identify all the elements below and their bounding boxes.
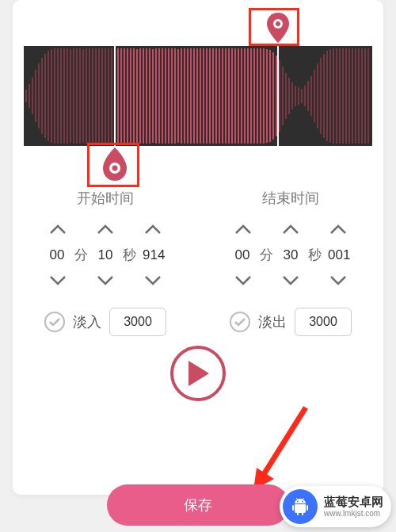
svg-rect-119 bbox=[292, 505, 294, 511]
svg-rect-23 bbox=[95, 48, 97, 144]
svg-rect-37 bbox=[139, 48, 141, 144]
svg-rect-69 bbox=[241, 48, 242, 144]
waveform-track[interactable] bbox=[24, 46, 372, 146]
chevron-down-icon[interactable] bbox=[234, 275, 252, 286]
chevron-up-icon[interactable] bbox=[144, 224, 162, 235]
start-min-value: 00 bbox=[46, 247, 68, 263]
svg-rect-59 bbox=[209, 48, 211, 144]
chevron-up-icon[interactable] bbox=[329, 224, 347, 235]
time-controls: 开始时间 00 分 10 秒 914 结束时间 bbox=[13, 189, 383, 291]
svg-rect-35 bbox=[133, 48, 135, 144]
selection-start-line bbox=[114, 46, 116, 146]
svg-rect-11 bbox=[57, 48, 59, 144]
svg-rect-33 bbox=[127, 48, 128, 144]
svg-rect-6 bbox=[41, 58, 43, 134]
end-ms-value: 001 bbox=[328, 247, 350, 263]
svg-rect-78 bbox=[269, 50, 271, 142]
svg-rect-5 bbox=[38, 63, 40, 128]
waveform-svg bbox=[24, 46, 372, 146]
svg-rect-13 bbox=[63, 48, 65, 144]
svg-rect-88 bbox=[301, 89, 303, 103]
svg-rect-91 bbox=[310, 76, 312, 116]
fade-in-checkbox[interactable] bbox=[44, 312, 65, 332]
fade-out-group: 淡出 3000 bbox=[230, 308, 352, 336]
svg-rect-95 bbox=[323, 54, 325, 138]
svg-rect-90 bbox=[307, 81, 309, 111]
end-sec-value: 30 bbox=[280, 247, 302, 263]
svg-point-113 bbox=[112, 166, 118, 171]
svg-rect-87 bbox=[298, 87, 299, 105]
svg-point-117 bbox=[297, 501, 299, 503]
start-marker-pin[interactable] bbox=[100, 146, 130, 182]
svg-rect-32 bbox=[124, 48, 125, 144]
svg-rect-107 bbox=[361, 48, 363, 144]
chevron-down-icon[interactable] bbox=[97, 275, 114, 286]
fade-in-input[interactable]: 3000 bbox=[109, 308, 166, 336]
end-marker-pin[interactable] bbox=[265, 11, 291, 44]
chevron-up-icon[interactable] bbox=[49, 224, 67, 235]
svg-rect-40 bbox=[149, 48, 150, 144]
svg-marker-114 bbox=[188, 361, 209, 386]
svg-rect-21 bbox=[89, 48, 90, 144]
svg-line-124 bbox=[303, 498, 304, 499]
svg-rect-73 bbox=[253, 48, 255, 144]
play-icon bbox=[187, 361, 209, 386]
min-unit: 分 bbox=[260, 246, 273, 264]
play-button[interactable] bbox=[170, 346, 226, 401]
svg-rect-50 bbox=[181, 48, 182, 144]
svg-rect-70 bbox=[244, 48, 246, 144]
start-time-title: 开始时间 bbox=[77, 189, 134, 208]
svg-rect-49 bbox=[177, 49, 179, 143]
save-button[interactable]: 保存 bbox=[107, 484, 289, 526]
android-icon bbox=[283, 489, 318, 524]
svg-rect-44 bbox=[162, 48, 163, 144]
svg-rect-102 bbox=[345, 48, 347, 144]
sec-unit: 秒 bbox=[123, 246, 136, 264]
svg-rect-4 bbox=[35, 70, 36, 122]
svg-rect-109 bbox=[367, 48, 369, 144]
svg-rect-99 bbox=[336, 48, 337, 144]
chevron-down-icon[interactable] bbox=[49, 275, 67, 286]
svg-rect-67 bbox=[234, 48, 236, 144]
editor-card: 开始时间 00 分 10 秒 914 结束时间 bbox=[13, 0, 383, 495]
chevron-up-icon[interactable] bbox=[282, 224, 299, 235]
svg-rect-10 bbox=[54, 48, 55, 144]
svg-rect-83 bbox=[285, 73, 287, 119]
svg-rect-31 bbox=[120, 48, 122, 144]
svg-rect-51 bbox=[184, 48, 185, 144]
svg-rect-26 bbox=[105, 48, 106, 144]
chevron-up-icon[interactable] bbox=[97, 224, 114, 235]
svg-rect-18 bbox=[79, 48, 81, 144]
chevron-down-icon[interactable] bbox=[282, 275, 299, 286]
svg-rect-82 bbox=[282, 67, 284, 125]
min-unit: 分 bbox=[74, 246, 88, 264]
end-time-title: 结束时间 bbox=[262, 189, 319, 208]
chevron-up-icon[interactable] bbox=[234, 224, 252, 235]
svg-rect-97 bbox=[329, 49, 331, 143]
svg-rect-52 bbox=[187, 48, 188, 144]
svg-point-118 bbox=[302, 501, 303, 503]
selection-end-line bbox=[277, 46, 279, 146]
chevron-down-icon[interactable] bbox=[329, 275, 347, 286]
svg-rect-8 bbox=[48, 51, 49, 141]
svg-rect-55 bbox=[196, 48, 198, 144]
svg-rect-2 bbox=[29, 84, 30, 108]
watermark-badge: 蓝莓安卓网 www.lmkjst.com bbox=[280, 486, 391, 527]
svg-line-115 bbox=[263, 408, 306, 476]
svg-rect-53 bbox=[190, 48, 192, 144]
svg-rect-60 bbox=[212, 48, 214, 144]
svg-rect-66 bbox=[231, 48, 233, 144]
svg-rect-72 bbox=[250, 48, 252, 144]
svg-rect-65 bbox=[228, 48, 230, 144]
fade-in-label: 淡入 bbox=[73, 312, 101, 331]
svg-rect-108 bbox=[364, 48, 366, 144]
start-time-column: 开始时间 00 分 10 秒 914 bbox=[13, 189, 198, 291]
svg-rect-48 bbox=[174, 48, 176, 144]
fade-out-checkbox[interactable] bbox=[230, 312, 250, 332]
svg-rect-34 bbox=[130, 48, 131, 144]
svg-rect-79 bbox=[272, 52, 274, 140]
svg-rect-92 bbox=[314, 70, 315, 122]
chevron-down-icon[interactable] bbox=[144, 275, 162, 286]
start-ms-value: 914 bbox=[143, 247, 165, 263]
fade-out-input[interactable]: 3000 bbox=[295, 308, 352, 336]
